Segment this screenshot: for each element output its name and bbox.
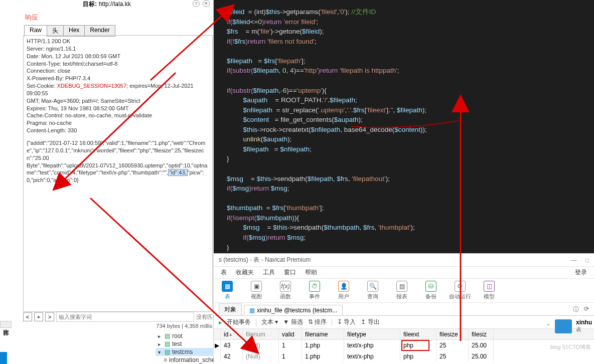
tool-user-label: 用户 — [338, 293, 349, 300]
cookie-pre: Set-Cookie: — [27, 83, 57, 89]
nav-plus-icon[interactable]: + — [34, 312, 43, 321]
cell-fileext[interactable]: php — [400, 340, 436, 351]
http-clen: Content-Length: 330 — [27, 127, 209, 134]
left-panel: 目标: http://lala.kk ? ✕ 响应 Raw 头 Hex Rend… — [0, 0, 214, 364]
search-input[interactable] — [56, 312, 194, 322]
opt-sort[interactable]: ⇅ 排序 — [308, 318, 327, 326]
nav-right-icon[interactable]: > — [45, 312, 54, 321]
hdr-id[interactable]: id ▲ — [221, 329, 243, 339]
side-panel-label[interactable]: 肯比赛 — [0, 321, 12, 328]
tool-backup[interactable]: ⛁备份 — [419, 281, 442, 300]
tool-user[interactable]: 👤用户 — [332, 281, 355, 300]
menu-tools[interactable]: 工具 — [263, 268, 275, 277]
tree-testcms[interactable]: ▾▤testcms — [156, 348, 214, 356]
hdr-valid[interactable]: valid — [279, 329, 302, 339]
opt-start[interactable]: 开始事务 — [227, 318, 251, 326]
raw-response[interactable]: HTTP/1.1 200 OK Server: nginx/1.16.1 Dat… — [23, 35, 213, 312]
tree-root[interactable]: ▸▤root — [156, 332, 214, 340]
cell-id[interactable]: 42 — [221, 351, 243, 362]
json-body: {"adddt":"2021-07-12 16:00:59","valid":1… — [27, 139, 209, 162]
tool-report-label: 报表 — [396, 293, 407, 300]
tab-xinhu-file[interactable]: ▦xinhu_file @testcms (testcm... — [244, 305, 343, 315]
tool-event[interactable]: ⏱事件 — [303, 281, 326, 300]
hdr-filenum[interactable]: filenum — [243, 329, 279, 339]
menu-login[interactable]: 登录 — [575, 268, 587, 277]
code-editor[interactable]: $fileid = (int)$this->getparams('fileid'… — [214, 0, 594, 253]
tool-table-label: 表 — [225, 293, 230, 300]
tab-object[interactable]: 对象 — [219, 303, 242, 315]
window-min-icon[interactable]: — — [570, 257, 576, 264]
cell-filenum[interactable]: (Null) — [243, 340, 279, 351]
http-expires: Expires: Thu, 19 Nov 1981 08:52:00 GMT — [27, 105, 209, 112]
menu-help[interactable]: 帮助 — [305, 268, 317, 277]
json-body-2: Byte","filepath":"upload\/2021-07\/12_16… — [27, 162, 209, 185]
cell-id[interactable]: 43 — [221, 340, 243, 351]
target-label: 目标: — [83, 1, 97, 8]
hdr-filetype[interactable]: filetype — [344, 329, 400, 339]
cell-fileext[interactable]: php — [400, 351, 436, 362]
tool-view[interactable]: ▣视图 — [245, 281, 268, 300]
http-ctype: Content-Type: text/html;charset=utf-8 — [27, 60, 209, 68]
cell-valid[interactable]: 1 — [279, 351, 302, 362]
http-cache: Cache-Control: no-store, no-cache, must-… — [27, 112, 209, 119]
event-icon: ⏱ — [309, 281, 320, 292]
tool-query[interactable]: 🔍查询 — [361, 281, 384, 300]
table-big-icon — [555, 319, 572, 333]
table-row[interactable]: ▶ 43 (Null) 1 1.php text/x-php php 25 25… — [214, 340, 594, 351]
hdr-filesize[interactable]: filesize — [436, 329, 469, 339]
tool-query-label: 查询 — [367, 293, 378, 300]
row-marker: ▶ — [214, 340, 221, 351]
table-row[interactable]: 42 (Null) 1 1.php text/x-php php 25 25.0… — [214, 351, 594, 362]
tool-auto[interactable]: ⟳自动运行 — [449, 281, 472, 300]
opt-filter[interactable]: ▼ 筛选 — [283, 318, 303, 326]
db-tree[interactable]: ▸▤root ▸▤test ▾▤testcms ≡information_sch… — [156, 332, 214, 364]
help-icon[interactable]: ? — [193, 0, 200, 7]
tree-info-schema[interactable]: ≡information_schema — [156, 356, 214, 364]
cookie-session: XDEBUG_SESSION=13057 — [57, 83, 127, 89]
info-icon[interactable]: ⓘ — [573, 305, 579, 314]
cell-filetype[interactable]: text/x-php — [344, 340, 400, 351]
cell-filesiz[interactable]: 25.00 — [469, 340, 494, 351]
cell-filesiz[interactable]: 25.00 — [469, 351, 494, 362]
auto-icon: ⟳ — [455, 281, 466, 292]
menu-window[interactable]: 窗口 — [284, 268, 296, 277]
response-label: 响应 — [25, 13, 38, 22]
data-grid[interactable]: id ▲ filenum valid filename filetype fil… — [214, 329, 594, 362]
cell-filesize[interactable]: 25 — [436, 340, 469, 351]
json-p1: {"adddt":"2021-07-12 16:00:59","valid":1… — [27, 140, 206, 161]
menu-table[interactable]: 表 — [221, 268, 227, 277]
tree-test[interactable]: ▸▤test — [156, 340, 214, 348]
http-cookie2: GMT; Max-Age=3600; path=/; SameSite=Stri… — [27, 97, 209, 105]
cell-filesize[interactable]: 25 — [436, 351, 469, 362]
cell-filetype[interactable]: text/x-php — [344, 351, 400, 362]
cell-filename[interactable]: 1.php — [302, 340, 344, 351]
nav-left-icon[interactable]: < — [23, 312, 32, 321]
refresh-icon[interactable]: ⟳ — [584, 305, 589, 314]
chevron-up-icon[interactable]: ⌃ — [546, 323, 551, 330]
tool-backup-label: 备份 — [425, 293, 436, 300]
opt-text[interactable]: 文本 ▾ — [261, 318, 278, 326]
tool-table[interactable]: ▦表 — [216, 281, 239, 300]
navicat-title-bar: s (testcms) - 表 - Navicat Premium — □ — [214, 254, 594, 267]
navicat-title: s (testcms) - 表 - Navicat Premium — [219, 256, 311, 264]
no-match-label: 没有匹 — [196, 313, 213, 321]
cell-valid[interactable]: 1 — [279, 340, 302, 351]
http-conn: Connection: close — [27, 67, 209, 75]
http-status: HTTP/1.1 200 OK — [27, 38, 209, 45]
tool-model[interactable]: ◫模型 — [478, 281, 501, 300]
window-max-icon[interactable]: □ — [585, 257, 589, 264]
hdr-filename[interactable]: filename — [302, 329, 344, 339]
tool-func[interactable]: f(x)函数 — [274, 281, 297, 300]
opt-import[interactable]: ↧ 导入 — [337, 318, 356, 326]
cell-filename[interactable]: 1.php — [302, 351, 344, 362]
hdr-filesiz[interactable]: filesiz — [469, 329, 494, 339]
clear-icon[interactable]: ✕ — [203, 0, 210, 7]
hdr-fileext[interactable]: fileext — [400, 329, 436, 339]
opt-export[interactable]: ↥ 导出 — [361, 318, 379, 326]
menu-fav[interactable]: 收藏夹 — [236, 268, 254, 277]
side-tab-indicator — [0, 352, 7, 364]
cell-filenum[interactable]: (Null) — [243, 351, 279, 362]
tool-report[interactable]: ▤报表 — [390, 281, 413, 300]
row-marker — [214, 351, 221, 362]
tab-file-label: xinhu_file @testcms (testcm... — [257, 307, 337, 314]
